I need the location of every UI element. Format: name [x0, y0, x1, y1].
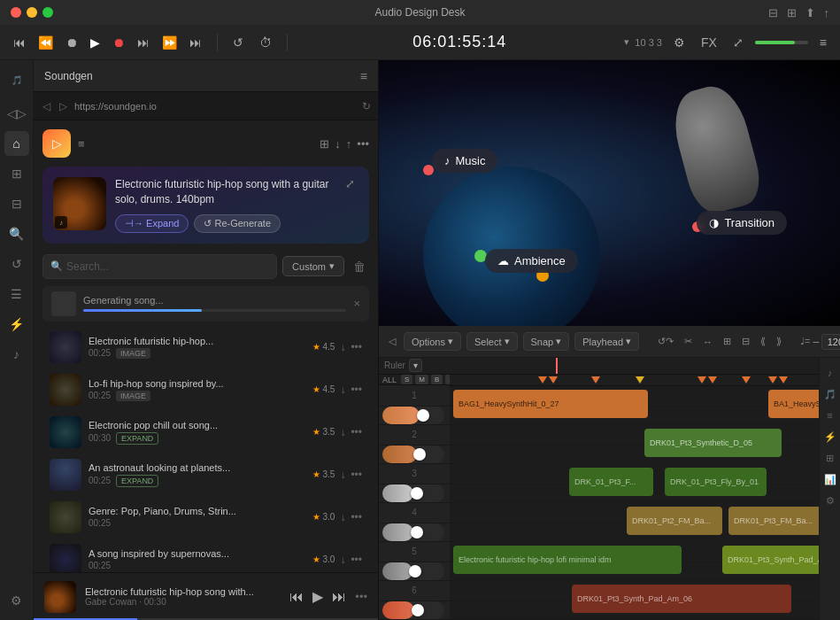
- track-fader-2[interactable]: [382, 446, 444, 463]
- soundgen-content[interactable]: ▷ ≡ ⊞ ↓ ↑ ••• ♪ Ele: [34, 120, 378, 572]
- tl-action-4[interactable]: ⊞: [721, 334, 734, 349]
- fullscreen-button[interactable]: ⤢: [342, 177, 358, 190]
- bpm-decrease-button[interactable]: −: [813, 335, 820, 349]
- rewind-button[interactable]: ⏺: [61, 33, 82, 52]
- expand-view-button[interactable]: ⤢: [728, 33, 748, 52]
- marker-orange-4[interactable]: [697, 376, 706, 384]
- r-sidebar-icon-5[interactable]: ⊞: [822, 450, 838, 466]
- song-download-button[interactable]: ↓: [340, 511, 345, 523]
- url-forward-button[interactable]: ▷: [58, 98, 69, 114]
- ambience-tag[interactable]: ☁ Ambience: [485, 249, 578, 273]
- track-fader-4[interactable]: [382, 523, 444, 541]
- marker-orange-2[interactable]: [549, 376, 558, 384]
- url-back-button[interactable]: ◁: [41, 98, 52, 114]
- more-options-button[interactable]: ≡: [815, 33, 831, 52]
- r-sidebar-icon-7[interactable]: ⚙: [822, 492, 838, 508]
- tl-action-2[interactable]: ✂: [682, 334, 695, 349]
- tl-action-1[interactable]: ↺↷: [655, 334, 676, 349]
- sidebar-effects-icon[interactable]: ⚡: [4, 312, 29, 337]
- upload-icon[interactable]: ↑: [824, 6, 830, 19]
- marker-orange-3[interactable]: [591, 376, 600, 384]
- sidebar-layers-icon[interactable]: ☰: [4, 282, 29, 306]
- skip-to-end-button[interactable]: ⏭: [185, 33, 206, 52]
- list-item[interactable]: Electronic pop chill out song... 00:30 E…: [42, 412, 369, 453]
- track-fader-1[interactable]: [382, 407, 444, 424]
- url-refresh-button[interactable]: ↻: [362, 100, 371, 112]
- song-download-button[interactable]: ↓: [340, 554, 345, 566]
- fast-forward-button[interactable]: ⏩: [158, 33, 181, 52]
- clip-drk01-syn[interactable]: DRK01_Pt3_Synthetic_D_05: [644, 429, 782, 457]
- marker-orange-8[interactable]: [779, 376, 788, 384]
- track-slider-4[interactable]: [379, 523, 450, 542]
- s-button[interactable]: S: [401, 375, 412, 384]
- sidebar-search-icon[interactable]: 🔍: [4, 221, 29, 246]
- playhead-button[interactable]: Playhead ▾: [574, 332, 639, 351]
- r-sidebar-icon-1[interactable]: ♪: [822, 365, 838, 381]
- options-button[interactable]: Options ▾: [404, 332, 461, 351]
- gen-menu-button[interactable]: ≡: [78, 137, 85, 151]
- export-icon[interactable]: ⬆: [805, 6, 815, 19]
- clip-drk01-fly[interactable]: DRK_01_Pt3_Fly_By_01: [665, 468, 767, 496]
- clip-ba1[interactable]: BA1_HeavySynth...: [768, 390, 819, 418]
- song-more-button[interactable]: •••: [351, 384, 362, 396]
- record-button[interactable]: ⏺: [108, 33, 129, 52]
- gen-download-button[interactable]: ↓: [335, 137, 341, 151]
- song-more-button[interactable]: •••: [351, 554, 362, 566]
- display-icon[interactable]: ⊟: [768, 6, 778, 19]
- song-download-button[interactable]: ↓: [340, 341, 345, 353]
- player-prev-button[interactable]: ⏮: [289, 589, 304, 605]
- layout-icon[interactable]: ⊞: [787, 6, 797, 19]
- sidebar-refresh-icon[interactable]: ↺: [4, 252, 29, 276]
- song-more-button[interactable]: •••: [351, 511, 362, 523]
- track-slider-2[interactable]: [379, 446, 450, 464]
- gen-cancel-button[interactable]: ×: [353, 297, 360, 310]
- clip-bag1[interactable]: BAG1_HeavySynthHit_0_27: [453, 390, 648, 418]
- music-tag[interactable]: ♪ Music: [432, 149, 497, 173]
- list-item[interactable]: A song inspired by supernovas... 00:25 ★…: [42, 539, 369, 572]
- song-more-button[interactable]: •••: [351, 469, 362, 481]
- r-sidebar-icon-6[interactable]: 📊: [822, 471, 838, 487]
- gen-share-button[interactable]: ↑: [346, 137, 352, 151]
- song-more-button[interactable]: •••: [351, 426, 362, 438]
- loop-button[interactable]: ↺: [228, 33, 248, 52]
- skip-forward-button[interactable]: ⏭: [133, 33, 154, 52]
- expand-button[interactable]: ⊣→ Expand: [115, 214, 189, 233]
- player-next-button[interactable]: ⏭: [332, 589, 346, 605]
- clip-drk-fm1[interactable]: DRK01_Pt2_FM_Ba...: [627, 507, 722, 535]
- list-item[interactable]: An astronaut looking at planets... 00:25…: [42, 454, 369, 495]
- tl-action-3[interactable]: ↔: [700, 335, 715, 349]
- list-item[interactable]: Lo-fi hip-hop song inspired by... 00:25 …: [42, 369, 369, 410]
- sidebar-midi-icon[interactable]: ♪: [4, 342, 29, 367]
- clip-drk-synth[interactable]: DRK01_Pt3_Synth_Pad_Am_06: [722, 546, 819, 574]
- r-sidebar-icon-3[interactable]: ≡: [822, 407, 838, 423]
- close-window-button[interactable]: [11, 7, 21, 18]
- skip-to-start-button[interactable]: ⏮: [9, 33, 30, 52]
- song-more-button[interactable]: •••: [351, 341, 362, 353]
- marker-orange-5[interactable]: [708, 376, 717, 384]
- sidebar-settings-icon[interactable]: ⚙: [4, 588, 29, 613]
- track-fader-3[interactable]: [382, 484, 444, 502]
- marker-orange-1[interactable]: [538, 376, 547, 384]
- m-button[interactable]: M: [415, 375, 428, 384]
- clip-drk01-f[interactable]: DRK_01_Pt3_F...: [569, 468, 653, 496]
- volume-control[interactable]: [755, 41, 808, 44]
- maximize-window-button[interactable]: [42, 7, 53, 18]
- custom-button[interactable]: Custom ▾: [282, 256, 344, 276]
- b-button[interactable]: B: [431, 375, 443, 384]
- tl-action-6[interactable]: ⟪: [758, 334, 768, 349]
- song-download-button[interactable]: ↓: [340, 426, 345, 438]
- track-fader-5[interactable]: [382, 562, 444, 580]
- sidebar-logo[interactable]: 🎵: [4, 67, 29, 92]
- marker-orange-7[interactable]: [768, 376, 777, 384]
- sidebar-browse-icon[interactable]: ⊞: [4, 161, 29, 186]
- r-sidebar-icon-4[interactable]: ⚡: [822, 429, 838, 445]
- player-more-button[interactable]: •••: [355, 590, 367, 603]
- tl-action-7[interactable]: ⟫: [774, 334, 784, 349]
- tl-action-5[interactable]: ⊟: [739, 334, 752, 349]
- song-download-button[interactable]: ↓: [340, 384, 345, 396]
- track-slider-5[interactable]: [379, 562, 450, 581]
- marker-yellow-1[interactable]: [636, 376, 644, 384]
- clip-drk-synth2[interactable]: DRK01_Pt3_Synth_Pad_Am_06: [572, 585, 791, 613]
- settings-button[interactable]: ⚙: [669, 33, 690, 52]
- r-sidebar-icon-2[interactable]: 🎵: [822, 386, 838, 402]
